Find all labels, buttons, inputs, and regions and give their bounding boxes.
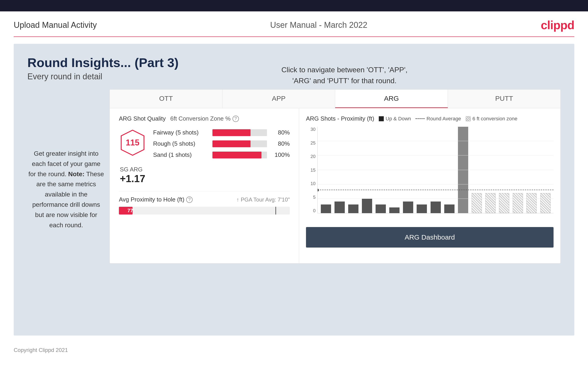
bar-hatched-6 xyxy=(539,127,552,213)
main-content: Round Insights... (Part 3) Every round i… xyxy=(14,44,574,335)
help-icon[interactable]: ? xyxy=(233,116,239,122)
bar-2 xyxy=(333,127,346,213)
bar-fill-rough xyxy=(212,141,251,147)
bar-3 xyxy=(347,127,360,213)
logo: clippd xyxy=(541,18,574,32)
bar-hatched-5 xyxy=(525,127,538,213)
bar-hatched-1 xyxy=(470,127,483,213)
pga-avg-label: ↑ PGA Tour Avg: 7'10" xyxy=(236,197,290,203)
pct-rough: 80% xyxy=(272,140,290,147)
left-panel: ARG Shot Quality 6ft Conversion Zone % ? xyxy=(110,108,299,263)
shot-label-rough: Rough (5 shots) xyxy=(153,140,208,147)
bar-hatched-2 xyxy=(484,127,497,213)
tabs-container: OTT APP ARG PUTT xyxy=(110,90,560,108)
legend-updown: Up & Down xyxy=(379,116,411,122)
bar-hatched-4 xyxy=(511,127,524,213)
shot-quality-bars: Fairway (5 shots) 80% Rough (5 shots) xyxy=(153,129,290,163)
proximity-header: Avg Proximity to Hole (ft) ? ↑ PGA Tour … xyxy=(119,196,290,203)
chart-header: ARG Shots - Proximity (ft) Up & Down Rou… xyxy=(306,115,553,122)
proximity-value: 77' xyxy=(127,208,134,214)
gridline-15 xyxy=(318,170,553,170)
sg-label: SG ARG xyxy=(120,166,145,173)
gridline-5 xyxy=(318,199,553,199)
shot-row-rough: Rough (5 shots) 80% xyxy=(153,140,290,147)
bar-9 xyxy=(429,127,442,213)
proximity-title: Avg Proximity to Hole (ft) ? xyxy=(119,196,193,203)
card-content: ARG Shot Quality 6ft Conversion Zone % ? xyxy=(110,108,560,263)
shot-label-sand: Sand (1 shots) xyxy=(153,151,208,158)
pct-fairway: 80% xyxy=(272,129,290,136)
bar-rough xyxy=(212,141,267,147)
hex-score-value: 115 xyxy=(126,138,139,148)
dash-line: 8 xyxy=(318,190,553,190)
legend-round-avg: Round Average xyxy=(415,116,461,122)
bar-highlighted xyxy=(457,127,469,213)
gridline-25 xyxy=(318,141,553,141)
bar-4 xyxy=(361,127,373,213)
bar-5 xyxy=(374,127,387,213)
dashboard-card: OTT APP ARG PUTT ARG Shot Quality 6ft Co… xyxy=(110,89,561,264)
bar-fill-sand xyxy=(212,152,261,158)
bar-hatched-3 xyxy=(498,127,511,213)
top-bar xyxy=(0,0,588,11)
sg-value: +1.17 xyxy=(120,173,145,184)
pct-sand: 100% xyxy=(272,151,290,158)
tab-app[interactable]: APP xyxy=(223,90,335,108)
tab-ott[interactable]: OTT xyxy=(110,90,223,108)
shot-row-fairway: Fairway (5 shots) 80% xyxy=(153,129,290,136)
bars-area: 8 xyxy=(317,127,553,213)
chart-area: 30 25 20 15 10 5 0 xyxy=(306,127,553,223)
bar-fill-fairway xyxy=(212,129,251,136)
shot-label-fairway: Fairway (5 shots) xyxy=(153,129,208,136)
copyright: Copyright Clippd 2021 xyxy=(14,347,68,353)
doc-title: User Manual - March 2022 xyxy=(270,20,367,30)
nav-hint: Click to navigate between 'OTT', 'APP', … xyxy=(281,64,407,86)
header-divider xyxy=(14,36,574,37)
legend-hatched-icon xyxy=(466,116,471,121)
upload-label: Upload Manual Activity xyxy=(14,20,97,30)
tab-arg[interactable]: ARG xyxy=(335,90,448,108)
legend-dashed-icon xyxy=(415,118,425,119)
y-axis: 30 25 20 15 10 5 0 xyxy=(306,127,317,213)
shot-quality-label: ARG Shot Quality xyxy=(119,115,166,122)
chart-title: ARG Shots - Proximity (ft) xyxy=(306,115,374,122)
right-panel: ARG Shots - Proximity (ft) Up & Down Rou… xyxy=(299,108,560,263)
bar-6 xyxy=(388,127,401,213)
bar-1 xyxy=(320,127,332,213)
tab-putt[interactable]: PUTT xyxy=(448,90,560,108)
gridline-10 xyxy=(318,184,553,184)
conversion-label: 6ft Conversion Zone % ? xyxy=(170,115,239,122)
bar-7 xyxy=(402,127,415,213)
footer: Copyright Clippd 2021 xyxy=(0,342,588,358)
legend-conversion: 6 ft conversion zone xyxy=(466,116,518,122)
bar-8 xyxy=(415,127,428,213)
proximity-bar: 77' xyxy=(119,207,290,215)
dash-dot xyxy=(317,189,319,192)
bar-10 xyxy=(443,127,456,213)
arg-dashboard-button[interactable]: ARG Dashboard xyxy=(306,227,553,248)
shot-row-sand: Sand (1 shots) 100% xyxy=(153,151,290,158)
hex-score-shape: 115 xyxy=(119,129,146,156)
proximity-section: Avg Proximity to Hole (ft) ? ↑ PGA Tour … xyxy=(119,191,290,215)
panel-header: ARG Shot Quality 6ft Conversion Zone % ? xyxy=(119,115,290,122)
legend-square-icon xyxy=(379,116,384,121)
header: Upload Manual Activity User Manual - Mar… xyxy=(0,11,588,36)
bar-fairway xyxy=(212,129,267,136)
proximity-cursor xyxy=(275,207,276,215)
proximity-help-icon[interactable]: ? xyxy=(186,197,193,203)
bar-sand xyxy=(212,152,267,158)
left-description: Get greater insight into each facet of y… xyxy=(27,149,105,230)
